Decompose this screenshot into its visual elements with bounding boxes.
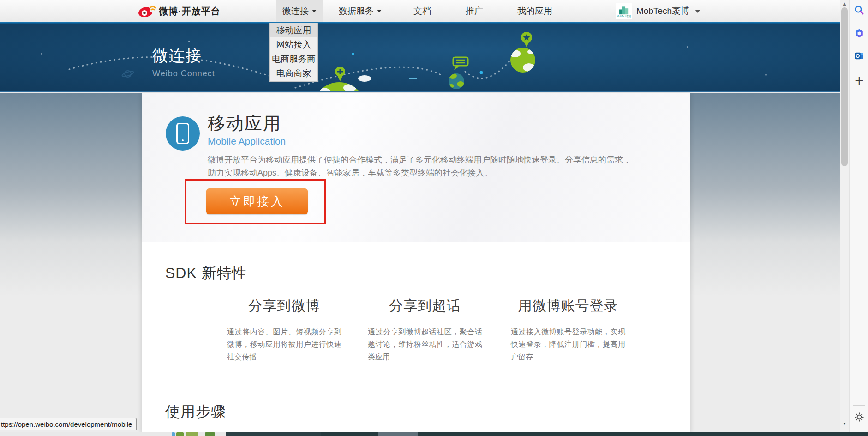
feature-title: 用微博账号登录 (511, 297, 625, 315)
nav-label: 我的应用 (517, 5, 552, 17)
section-subtitle: Mobile Application (208, 136, 286, 147)
weiconnect-dropdown: 移动应用 网站接入 电商服务商 电商商家 (269, 23, 318, 82)
dropdown-item-website[interactable]: 网站接入 (270, 37, 317, 52)
new-tab-plus-icon[interactable]: + (854, 75, 864, 85)
nav-label: 文档 (413, 5, 431, 17)
feature-share-to-weibo: 分享到微博 通过将内容、图片、短视频分享到微博，移动应用将被用户进行快速社交传播 (227, 297, 341, 363)
hero-title: 微连接 (152, 45, 215, 67)
settings-gear-icon[interactable] (854, 412, 864, 422)
feature-description: 通过将内容、图片、短视频分享到微博，移动应用将被用户进行快速社交传播 (227, 326, 341, 363)
mobtech-logo-icon (618, 5, 630, 15)
scroll-down-arrow-icon[interactable]: ▾ (840, 421, 849, 426)
desktop-icon-fragment (186, 432, 198, 436)
nav-item-docs[interactable]: 文档 (407, 0, 437, 22)
weibo-open-platform-page: 微博·开放平台 微连接 数据服务 文档 推广 我的应用 (0, 0, 868, 436)
nav-item-promotion[interactable]: 推广 (459, 0, 490, 22)
bottom-window-edge (0, 432, 868, 436)
hero-banner: 微连接 Weibo Connect (0, 23, 840, 92)
desktop-icon-fragment (176, 432, 184, 436)
section-description: 微博开放平台为移动应用提供了便捷的合作模式，满足了多元化移动终端用户随时随地快速… (208, 153, 651, 179)
nav-item-weiconnect[interactable]: 微连接 (276, 0, 323, 22)
description-line-1: 微博开放平台为移动应用提供了便捷的合作模式，满足了多元化移动终端用户随时随地快速… (208, 153, 651, 166)
nav-label: 数据服务 (339, 5, 374, 17)
taskbar-edge (226, 432, 868, 436)
scroll-up-arrow-icon[interactable]: ▲ (840, 1, 849, 6)
dropdown-item-mobile-app[interactable]: 移动应用 (270, 23, 317, 37)
logo-text: 微博·开放平台 (159, 5, 221, 18)
user-name: MobTech袤博 (636, 5, 689, 17)
browser-sidebar: + (849, 0, 868, 432)
taskbar-edge-highlight (378, 432, 418, 436)
taskbar-edge-segment (226, 432, 321, 436)
usage-steps-heading: 使用步骤 (165, 402, 226, 422)
feature-description: 通过分享到微博超话社区，聚合话题讨论，维持粉丝粘性，适合游戏类应用 (368, 326, 482, 363)
avatar-caption: MobTech袤博 (617, 15, 631, 18)
hero-subtitle: Weibo Connect (152, 69, 215, 79)
desktop-icon-fragment (205, 432, 215, 436)
description-line-2: 助力实现移动Apps、健康设备、智能家居，车载等多类型终端的社会化接入。 (208, 166, 651, 179)
sidebar-divider (853, 405, 865, 406)
chat-bubble-icon (453, 57, 468, 70)
mobile-phone-icon (166, 116, 200, 151)
nav-label: 微连接 (282, 5, 309, 17)
scrollbar-thumb[interactable] (841, 7, 848, 166)
search-icon[interactable] (854, 5, 864, 15)
dropdown-item-ecom-merchant[interactable]: 电商商家 (270, 66, 317, 80)
desktop-icon-fragment (172, 432, 175, 436)
main-nav: 微连接 数据服务 文档 推广 我的应用 (276, 0, 559, 22)
sdk-features-heading: SDK 新特性 (165, 263, 247, 284)
chevron-down-icon (312, 10, 317, 12)
section-divider (171, 382, 659, 382)
banner-illustration (0, 23, 840, 92)
status-bar-link-tooltip: ttps://open.weibo.com/development/mobile (0, 418, 137, 430)
feature-login-with-weibo: 用微博账号登录 通过接入微博账号登录功能，实现快速登录，降低注册门槛，提高用户留… (511, 297, 625, 363)
user-avatar: MobTech袤博 (616, 3, 632, 19)
outlook-icon[interactable] (854, 51, 864, 61)
chevron-down-icon (695, 10, 700, 13)
hero-text: 微连接 Weibo Connect (152, 45, 215, 79)
vertical-scrollbar[interactable]: ▲ ▾ (840, 0, 849, 432)
feature-title: 分享到超话 (368, 297, 482, 315)
user-menu[interactable]: MobTech袤博 MobTech袤博 (616, 2, 700, 20)
content-card: 移动应用 Mobile Application 微博开放平台为移动应用提供了便捷… (142, 93, 690, 432)
weibo-logo[interactable]: 微博·开放平台 (138, 3, 221, 19)
top-navbar: 微博·开放平台 微连接 数据服务 文档 推广 我的应用 (0, 0, 840, 22)
connect-now-button[interactable]: 立即接入 (206, 188, 308, 214)
feature-title: 分享到微博 (227, 297, 341, 315)
nav-item-my-apps[interactable]: 我的应用 (511, 0, 559, 22)
feature-share-to-supertopic: 分享到超话 通过分享到微博超话社区，聚合话题讨论，维持粉丝粘性，适合游戏类应用 (368, 297, 482, 363)
nav-label: 推广 (466, 5, 483, 17)
feature-description: 通过接入微博账号登录功能，实现快速登录，降低注册门槛，提高用户留存 (511, 326, 625, 363)
section-title: 移动应用 (208, 112, 281, 135)
chevron-down-icon (377, 10, 382, 12)
weibo-eye-icon (138, 4, 156, 18)
microsoft-365-icon[interactable] (854, 28, 864, 38)
nav-item-data-service[interactable]: 数据服务 (332, 0, 388, 22)
dropdown-item-ecom-provider[interactable]: 电商服务商 (270, 52, 317, 66)
navbar-accent-line (0, 22, 840, 24)
